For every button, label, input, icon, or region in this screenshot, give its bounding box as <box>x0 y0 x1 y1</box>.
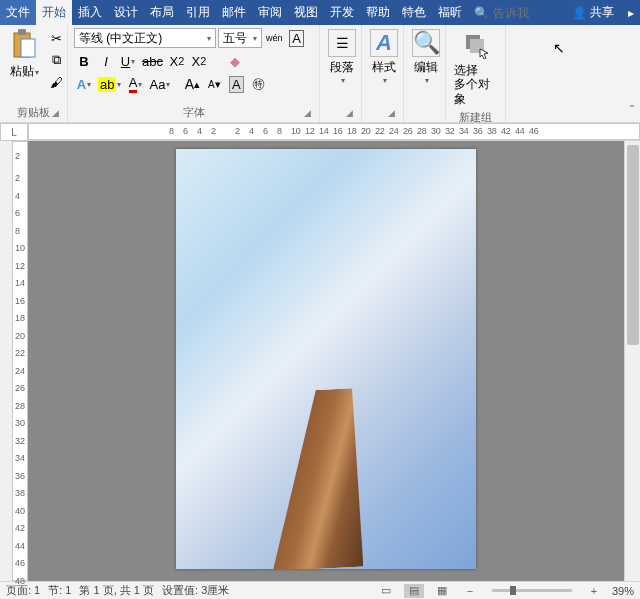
clear-formatting-button[interactable]: ◆ <box>225 51 245 71</box>
styles-button[interactable]: A 样式▾ <box>366 27 402 87</box>
search-input[interactable] <box>493 6 543 20</box>
menu-tab-0[interactable]: 文件 <box>0 0 36 25</box>
menu-tab-3[interactable]: 设计 <box>108 0 144 25</box>
paragraph-icon: ☰ <box>328 29 356 57</box>
shrink-font-button[interactable]: A▾ <box>204 74 224 94</box>
vertical-ruler[interactable]: 2246810121416182022242628303234363840424… <box>12 141 28 581</box>
paragraph-group: ☰ 段落▾ ◢ <box>320 25 362 122</box>
clipboard-group: 粘贴▾ ✂ ⧉ 🖌 剪贴板◢ <box>0 25 68 122</box>
menu-tab-4[interactable]: 布局 <box>144 0 180 25</box>
horizontal-ruler[interactable]: 8642246810121416182022242628303234363842… <box>28 123 640 140</box>
ribbon: 粘贴▾ ✂ ⧉ 🖌 剪贴板◢ 等线 (中文正文)▾ 五号▾ wén A B I … <box>0 25 640 123</box>
font-group-label: 字体 <box>183 106 205 118</box>
document-page[interactable] <box>176 149 476 569</box>
bold-button[interactable]: B <box>74 51 94 71</box>
paste-button[interactable]: 粘贴▾ <box>4 27 44 82</box>
superscript-button[interactable]: X2 <box>189 51 209 71</box>
status-section[interactable]: 节: 1 <box>48 583 71 598</box>
print-layout-button[interactable]: ▤ <box>404 584 424 598</box>
tell-me-search[interactable]: 🔍 <box>468 0 564 25</box>
cursor-select-icon <box>460 29 492 61</box>
subscript-button[interactable]: X2 <box>167 51 187 71</box>
styles-icon: A <box>370 29 398 57</box>
format-painter-button[interactable]: 🖌 <box>46 72 66 92</box>
workspace: 2246810121416182022242628303234363840424… <box>0 141 640 581</box>
zoom-slider[interactable] <box>492 589 572 592</box>
menu-tab-12[interactable]: 福昕 <box>432 0 468 25</box>
menu-tab-10[interactable]: 帮助 <box>360 0 396 25</box>
phonetic-guide-button[interactable]: wén <box>264 28 285 48</box>
strikethrough-button[interactable]: abc <box>140 51 165 71</box>
edit-button[interactable]: 🔍 编辑▾ <box>408 27 444 87</box>
status-setting[interactable]: 设置值: 3厘米 <box>162 583 229 598</box>
zoom-out-button[interactable]: − <box>460 584 480 598</box>
page-icon: ▤ <box>409 584 419 597</box>
find-icon: 🔍 <box>412 29 440 57</box>
menu-tab-8[interactable]: 视图 <box>288 0 324 25</box>
brush-icon: 🖌 <box>50 75 63 90</box>
font-launcher[interactable]: ◢ <box>301 108 313 120</box>
web-icon: ▦ <box>437 584 447 597</box>
horizontal-ruler-area: L 86422468101214161820222426283032343638… <box>0 123 640 141</box>
share-button[interactable]: 👤 共享 <box>564 0 622 25</box>
page-background-image <box>273 387 379 569</box>
change-case-button[interactable]: Aa▾ <box>147 74 172 94</box>
zoom-in-button[interactable]: + <box>584 584 604 598</box>
read-mode-button[interactable]: ▭ <box>376 584 396 598</box>
char-border-button[interactable]: A <box>287 28 307 48</box>
svg-rect-1 <box>18 29 26 35</box>
select-objects-group: 选择多个对象 新建组 <box>446 25 506 122</box>
paragraph-button[interactable]: ☰ 段落▾ <box>324 27 360 87</box>
eraser-icon: ◆ <box>230 54 240 69</box>
ribbon-more[interactable]: ▸ <box>622 0 640 25</box>
document-canvas[interactable] <box>28 141 624 581</box>
paste-label: 粘贴 <box>10 64 34 78</box>
menu-tab-5[interactable]: 引用 <box>180 0 216 25</box>
styles-group: A 样式▾ ◢ <box>362 25 404 122</box>
menu-tab-6[interactable]: 邮件 <box>216 0 252 25</box>
select-group-label: 新建组 <box>459 111 492 123</box>
font-group: 等线 (中文正文)▾ 五号▾ wén A B I U▾ abc X2 X2 ◆ … <box>68 25 320 122</box>
underline-button[interactable]: U▾ <box>118 51 138 71</box>
menu-tab-9[interactable]: 开发 <box>324 0 360 25</box>
menu-tab-7[interactable]: 审阅 <box>252 0 288 25</box>
highlight-button[interactable]: ab▾ <box>96 74 123 94</box>
menu-tab-1[interactable]: 开始 <box>36 0 72 25</box>
status-pages[interactable]: 第 1 页, 共 1 页 <box>79 583 154 598</box>
collapse-ribbon-button[interactable]: ˆ <box>630 104 634 118</box>
enclosed-char-button[interactable]: ㊕ <box>248 74 268 94</box>
menu-tab-11[interactable]: 特色 <box>396 0 432 25</box>
clipboard-launcher[interactable]: ◢ <box>49 108 61 120</box>
cut-button[interactable]: ✂ <box>46 28 66 48</box>
font-size-combo[interactable]: 五号▾ <box>218 28 262 48</box>
copy-icon: ⧉ <box>52 52 61 68</box>
styles-launcher[interactable]: ◢ <box>385 108 397 120</box>
menu-bar: 文件开始插入设计布局引用邮件审阅视图开发帮助特色福昕 🔍 👤 共享 ▸ <box>0 0 640 25</box>
clipboard-group-label: 剪贴板 <box>17 106 50 118</box>
zoom-slider-thumb[interactable] <box>510 586 516 595</box>
vertical-scrollbar[interactable] <box>624 141 640 581</box>
select-multiple-button[interactable]: 选择多个对象 <box>450 27 501 108</box>
para-launcher[interactable]: ◢ <box>343 108 355 120</box>
svg-rect-2 <box>21 39 35 57</box>
cut-icon: ✂ <box>51 31 62 46</box>
web-layout-button[interactable]: ▦ <box>432 584 452 598</box>
char-shading-button[interactable]: A <box>226 74 246 94</box>
scrollbar-thumb[interactable] <box>627 145 639 345</box>
grow-font-button[interactable]: A▴ <box>182 74 202 94</box>
zoom-level[interactable]: 39% <box>612 585 634 597</box>
status-bar: 页面: 1 节: 1 第 1 页, 共 1 页 设置值: 3厘米 ▭ ▤ ▦ −… <box>0 581 640 599</box>
search-icon: 🔍 <box>474 6 489 20</box>
book-icon: ▭ <box>381 584 391 597</box>
font-name-combo[interactable]: 等线 (中文正文)▾ <box>74 28 216 48</box>
text-effects-button[interactable]: A▾ <box>74 74 94 94</box>
share-label: 共享 <box>590 4 614 21</box>
ruler-corner[interactable]: L <box>0 123 28 141</box>
copy-button[interactable]: ⧉ <box>46 50 66 70</box>
paste-icon <box>8 29 40 61</box>
font-color-button[interactable]: A▾ <box>125 74 145 94</box>
user-icon: 👤 <box>572 6 587 20</box>
menu-tab-2[interactable]: 插入 <box>72 0 108 25</box>
editing-group: 🔍 编辑▾ <box>404 25 446 122</box>
italic-button[interactable]: I <box>96 51 116 71</box>
